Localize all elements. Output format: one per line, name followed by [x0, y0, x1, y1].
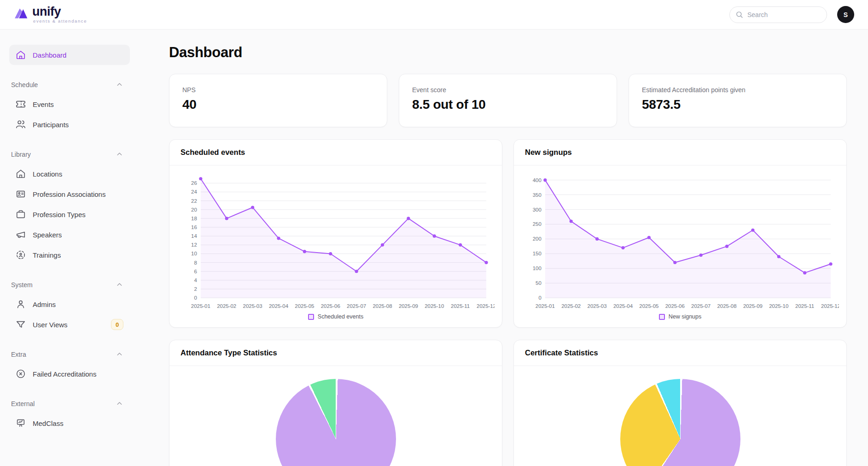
svg-text:0: 0 [194, 295, 197, 301]
svg-text:2025-06: 2025-06 [665, 303, 685, 309]
svg-text:20: 20 [191, 207, 197, 212]
svg-text:2025-03: 2025-03 [243, 303, 262, 309]
search-container [729, 6, 827, 23]
id-card-icon [16, 189, 26, 199]
svg-text:22: 22 [191, 198, 197, 204]
card-title: Scheduled events [181, 148, 245, 157]
svg-text:2025-07: 2025-07 [691, 303, 711, 309]
sidebar-item-label: Failed Accreditations [33, 370, 123, 378]
section-title: Schedule [11, 81, 38, 88]
scheduled-events-chart: 024681012141618202224262025-012025-02202… [169, 165, 502, 313]
svg-text:2025-08: 2025-08 [717, 303, 737, 309]
new-signups-card: New signups 0501001502002503003504002025… [513, 139, 847, 328]
unify-logo-icon [14, 6, 29, 19]
svg-text:2025-07: 2025-07 [347, 303, 366, 309]
svg-text:2025-04: 2025-04 [613, 303, 633, 309]
page-title: Dashboard [169, 44, 847, 61]
line-charts-row: Scheduled events 02468101214161820222426… [169, 139, 847, 328]
search-input[interactable] [729, 6, 827, 23]
sidebar-item-events[interactable]: Events [9, 94, 130, 114]
presentation-chart-icon [16, 418, 26, 428]
svg-text:250: 250 [533, 221, 542, 227]
sidebar-item-locations[interactable]: Locations [9, 164, 130, 184]
sidebar-item-label: Admins [33, 301, 123, 308]
brand-logo[interactable]: unify events & attendance [14, 6, 87, 24]
svg-text:2025-10: 2025-10 [425, 303, 444, 309]
svg-text:2025-02: 2025-02 [561, 303, 581, 309]
sidebar-item-label: Profession Types [33, 211, 123, 218]
certificate-pie-chart [620, 379, 740, 466]
new-signups-chart: 0501001502002503003504002025-012025-0220… [514, 165, 846, 313]
sidebar-section-schedule: Schedule Events Participants [9, 81, 130, 135]
filter-icon [16, 319, 26, 330]
svg-text:2: 2 [194, 286, 197, 292]
stat-value: 5873.5 [642, 97, 833, 112]
svg-text:2025-11: 2025-11 [795, 303, 814, 309]
section-title: System [11, 281, 33, 289]
svg-text:16: 16 [191, 224, 197, 230]
stat-label: Estimated Accreditation points given [642, 86, 833, 94]
sidebar-item-user-views[interactable]: User Views 0 [9, 314, 130, 335]
sidebar-item-label: Participants [33, 121, 123, 129]
search-icon [735, 11, 743, 18]
svg-text:2025-04: 2025-04 [269, 303, 289, 309]
stat-label: NPS [182, 86, 374, 94]
svg-text:2025-11: 2025-11 [451, 303, 470, 309]
megaphone-icon [16, 230, 26, 240]
sidebar-item-admins[interactable]: Admins [9, 294, 130, 314]
sidebar-item-profession-associations[interactable]: Profession Associations [9, 184, 130, 204]
section-title: Library [11, 151, 31, 158]
svg-text:14: 14 [191, 233, 197, 239]
sidebar-item-failed-accreditations[interactable]: Failed Accreditations [9, 364, 130, 384]
sidebar-section-external: External MedClass [9, 400, 130, 433]
svg-text:8: 8 [194, 260, 197, 265]
certificate-statistics-card: Certificate Statistics [513, 340, 847, 466]
sidebar-item-speakers[interactable]: Speakers [9, 224, 130, 245]
chevron-up-icon[interactable] [116, 400, 123, 407]
sidebar-item-profession-types[interactable]: Profession Types [9, 204, 130, 224]
svg-text:2025-12: 2025-12 [477, 303, 495, 309]
chevron-up-icon[interactable] [116, 350, 123, 358]
svg-text:26: 26 [191, 180, 197, 186]
sidebar-item-medclass[interactable]: MedClass [9, 413, 130, 433]
briefcase-icon [16, 209, 26, 219]
sidebar-item-label: Trainings [33, 251, 123, 259]
user-avatar[interactable]: S [837, 6, 854, 23]
sidebar-section-system: System Admins User Views 0 [9, 281, 130, 335]
user-icon [16, 299, 26, 309]
stat-value: 40 [182, 97, 374, 112]
chevron-up-icon[interactable] [116, 281, 123, 289]
stat-label: Event score [412, 86, 604, 94]
svg-text:2025-05: 2025-05 [639, 303, 658, 309]
ticket-icon [16, 99, 26, 109]
svg-text:150: 150 [533, 251, 542, 256]
chevron-up-icon[interactable] [116, 81, 123, 88]
svg-text:2025-10: 2025-10 [769, 303, 788, 309]
scan-user-icon [16, 250, 26, 260]
sidebar-item-dashboard[interactable]: Dashboard [9, 45, 130, 65]
top-header: unify events & attendance S [0, 0, 868, 29]
stat-value: 8.5 out of 10 [412, 97, 604, 112]
sidebar-item-label: Events [33, 100, 123, 108]
svg-text:350: 350 [533, 192, 542, 198]
svg-text:4: 4 [194, 277, 197, 283]
chart-legend[interactable]: Scheduled events [169, 313, 502, 320]
svg-text:300: 300 [533, 207, 542, 212]
chart-legend[interactable]: New signups [514, 313, 846, 320]
sidebar-item-label: Dashboard [33, 51, 123, 59]
legend-swatch [659, 314, 665, 320]
sidebar-item-trainings[interactable]: Trainings [9, 245, 130, 265]
svg-text:2025-05: 2025-05 [295, 303, 314, 309]
pie-charts-row: Attendance Type Statistics Certificate S… [169, 340, 847, 466]
brand-tagline: events & attendance [33, 18, 87, 24]
attendance-type-pie-chart [276, 379, 396, 466]
svg-text:400: 400 [533, 177, 542, 183]
home-icon [16, 50, 26, 60]
sidebar-item-participants[interactable]: Participants [9, 114, 130, 135]
stat-card-nps: NPS 40 [169, 74, 387, 127]
sidebar-item-label: MedClass [33, 419, 123, 427]
svg-text:10: 10 [191, 251, 197, 256]
svg-text:2025-12: 2025-12 [821, 303, 839, 309]
chevron-up-icon[interactable] [116, 150, 123, 158]
svg-text:2025-02: 2025-02 [217, 303, 236, 309]
